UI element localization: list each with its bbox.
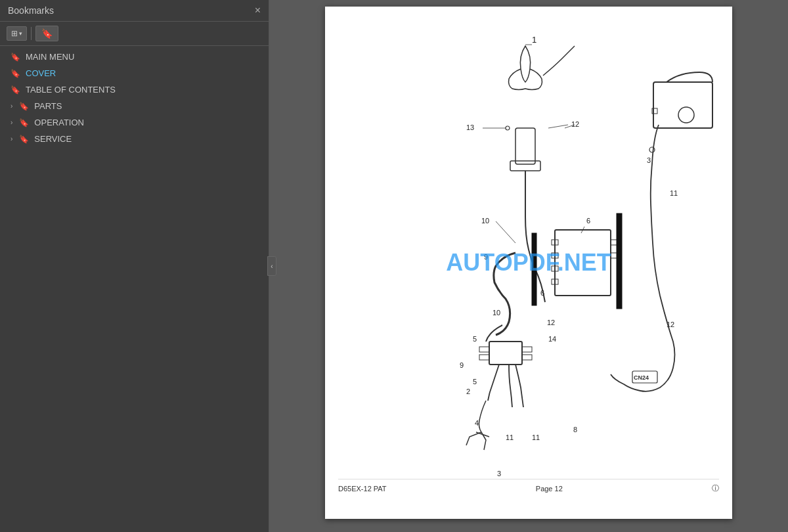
bookmark-flag-icon-service: 🔖 — [19, 135, 29, 144]
pdf-page: AUTOPDF.NET 1 13 12 — [325, 7, 732, 519]
svg-rect-20 — [617, 213, 622, 309]
bookmark-label-toc: TABLE OF CONTENTS — [26, 85, 261, 95]
bookmark-item-service[interactable]: › 🔖 SERVICE — [0, 131, 269, 147]
toolbar-separator — [31, 27, 32, 40]
sidebar-collapse-button[interactable]: ‹ — [267, 256, 276, 276]
svg-rect-28 — [522, 355, 532, 360]
bookmark-flag-icon-parts: 🔖 — [19, 102, 29, 111]
svg-text:5: 5 — [473, 335, 477, 343]
bookmark-flag-icon-operation: 🔖 — [19, 118, 29, 127]
bookmark-item-parts[interactable]: › 🔖 PARTS — [0, 98, 269, 114]
svg-text:12: 12 — [547, 319, 555, 326]
sidebar-title: Bookmarks — [8, 5, 54, 16]
pdf-content-area[interactable]: AUTOPDF.NET 1 13 12 — [269, 0, 788, 532]
svg-rect-24 — [489, 342, 522, 365]
bookmark-label-cover: COVER — [26, 68, 261, 78]
svg-text:13: 13 — [466, 123, 474, 131]
svg-text:10: 10 — [492, 309, 500, 317]
expand-arrow-service[interactable]: › — [11, 135, 12, 143]
svg-text:14: 14 — [548, 335, 556, 343]
svg-rect-25 — [479, 347, 489, 352]
pdf-footer-center: Page 12 — [536, 485, 563, 493]
dropdown-arrow-icon: ▾ — [19, 30, 22, 37]
svg-rect-10 — [555, 230, 611, 296]
pdf-footer-left: D65EX-12 PAT — [338, 485, 387, 493]
sidebar: Bookmarks × ⊞ ▾ 🔖 🔖 MAIN MENU — [0, 0, 269, 532]
svg-text:3: 3 — [497, 470, 501, 477]
svg-rect-26 — [522, 347, 532, 352]
bookmark-icon: 🔖 — [41, 28, 53, 39]
technical-diagram: 1 13 12 — [338, 20, 719, 479]
grid-view-button[interactable]: ⊞ ▾ — [7, 26, 27, 41]
svg-rect-21 — [532, 233, 536, 305]
bookmark-label-main-menu: MAIN MENU — [26, 52, 261, 62]
svg-text:2: 2 — [466, 388, 470, 395]
bookmark-label-operation: OPERATION — [34, 118, 261, 127]
svg-text:3: 3 — [647, 156, 651, 164]
svg-point-3 — [506, 126, 510, 130]
bookmark-item-main-menu[interactable]: 🔖 MAIN MENU — [0, 49, 269, 65]
svg-text:9: 9 — [460, 361, 464, 369]
svg-rect-7 — [510, 161, 540, 171]
expand-arrow-parts[interactable]: › — [11, 102, 12, 110]
bookmark-flag-icon-cover: 🔖 — [11, 69, 20, 78]
svg-line-5 — [548, 125, 568, 128]
bookmark-list: 🔖 MAIN MENU 🔖 COVER 🔖 TABLE OF CONTENTS … — [0, 46, 269, 532]
svg-text:11: 11 — [532, 433, 540, 441]
bookmark-label-service: SERVICE — [34, 134, 261, 144]
svg-text:11: 11 — [670, 189, 678, 197]
expand-arrow-operation[interactable]: › — [11, 119, 12, 126]
bookmark-add-button[interactable]: 🔖 — [35, 26, 58, 41]
pdf-page-indicator: ⓘ — [712, 483, 719, 493]
chevron-left-icon: ‹ — [271, 263, 273, 270]
svg-point-47 — [649, 147, 655, 152]
svg-line-9 — [496, 221, 515, 243]
svg-rect-44 — [653, 82, 712, 128]
sidebar-close-button[interactable]: × — [255, 5, 261, 16]
svg-text:8: 8 — [573, 426, 577, 433]
svg-rect-27 — [479, 355, 489, 360]
pdf-viewer: AUTOPDF.NET 1 13 12 — [269, 0, 788, 532]
svg-rect-6 — [515, 128, 535, 164]
svg-text:11: 11 — [506, 433, 514, 441]
bookmark-item-toc[interactable]: 🔖 TABLE OF CONTENTS — [0, 81, 269, 98]
svg-text:10: 10 — [481, 217, 489, 225]
grid-icon: ⊞ — [11, 29, 18, 38]
sidebar-toolbar: ⊞ ▾ 🔖 — [0, 22, 269, 46]
svg-text:4: 4 — [475, 419, 479, 427]
bookmark-label-parts: PARTS — [34, 101, 261, 111]
bookmark-item-cover[interactable]: 🔖 COVER — [0, 65, 269, 81]
svg-text:1: 1 — [532, 35, 536, 45]
svg-text:6: 6 — [540, 289, 544, 297]
svg-text:12: 12 — [571, 120, 579, 128]
bookmark-item-operation[interactable]: › 🔖 OPERATION — [0, 114, 269, 131]
bookmark-flag-icon: 🔖 — [11, 53, 20, 62]
bookmark-flag-icon-toc: 🔖 — [11, 85, 20, 95]
svg-text:6: 6 — [586, 217, 590, 225]
svg-text:5: 5 — [473, 378, 477, 386]
svg-text:9: 9 — [484, 253, 488, 261]
sidebar-header: Bookmarks × — [0, 0, 269, 22]
svg-text:CN24: CN24 — [634, 374, 649, 381]
svg-point-45 — [678, 107, 694, 123]
